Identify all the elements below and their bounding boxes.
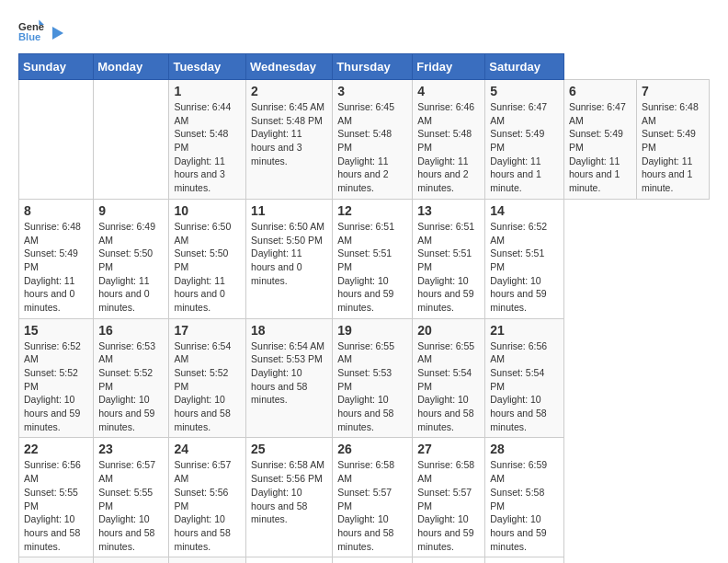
day-info: Sunrise: 6:44 AMSunset: 5:48 PMDaylight:… [174,100,241,195]
header-cell-monday: Monday [94,54,169,80]
header-cell-tuesday: Tuesday [169,54,246,80]
day-cell-18: 18Sunrise: 6:54 AMSunset: 5:53 PMDayligh… [246,318,333,438]
empty-cell [333,557,413,563]
day-cell-27: 27Sunrise: 6:58 AMSunset: 5:57 PMDayligh… [413,438,485,557]
day-info: Sunrise: 6:47 AMSunset: 5:49 PMDaylight:… [490,100,559,195]
week-row-4: 22Sunrise: 6:56 AMSunset: 5:55 PMDayligh… [19,438,710,557]
day-cell-23: 23Sunrise: 6:57 AMSunset: 5:55 PMDayligh… [94,438,169,557]
day-number: 2 [251,84,327,98]
day-info: Sunrise: 6:52 AMSunset: 5:51 PMDaylight:… [490,220,559,315]
header-cell-saturday: Saturday [485,54,564,80]
day-info: Sunrise: 6:48 AMSunset: 5:49 PMDaylight:… [24,220,88,315]
day-info: Sunrise: 6:56 AMSunset: 5:55 PMDaylight:… [24,458,88,553]
day-number: 1 [174,84,241,98]
day-cell-9: 9Sunrise: 6:49 AMSunset: 5:50 PMDaylight… [94,199,169,318]
day-cell-17: 17Sunrise: 6:54 AMSunset: 5:52 PMDayligh… [169,318,246,438]
calendar-table: SundayMondayTuesdayWednesdayThursdayFrid… [18,53,710,563]
day-cell-20: 20Sunrise: 6:55 AMSunset: 5:54 PMDayligh… [413,318,485,438]
empty-cell [94,80,169,200]
day-cell-3: 3Sunrise: 6:45 AMSunset: 5:48 PMDaylight… [333,80,413,200]
day-info: Sunrise: 6:56 AMSunset: 5:54 PMDaylight:… [490,339,559,434]
empty-cell [413,557,485,563]
day-cell-5: 5Sunrise: 6:47 AMSunset: 5:49 PMDaylight… [485,80,564,200]
empty-cell [246,557,333,563]
day-cell-12: 12Sunrise: 6:51 AMSunset: 5:51 PMDayligh… [333,199,413,318]
svg-text:Blue: Blue [18,31,40,42]
day-info: Sunrise: 6:54 AMSunset: 5:53 PMDaylight:… [251,339,327,407]
day-number: 10 [174,203,241,218]
day-cell-28: 28Sunrise: 6:59 AMSunset: 5:58 PMDayligh… [485,438,564,557]
day-cell-30: 30Sunrise: 7:00 AMSunset: 5:59 PMDayligh… [94,557,169,563]
day-cell-15: 15Sunrise: 6:52 AMSunset: 5:52 PMDayligh… [19,318,94,438]
empty-cell [485,557,564,563]
svg-marker-3 [52,27,63,40]
day-cell-26: 26Sunrise: 6:58 AMSunset: 5:57 PMDayligh… [333,438,413,557]
day-cell-6: 6Sunrise: 6:47 AMSunset: 5:49 PMDaylight… [563,80,636,200]
day-number: 25 [251,442,327,456]
day-cell-1: 1Sunrise: 6:44 AMSunset: 5:48 PMDaylight… [169,80,246,200]
header-cell-friday: Friday [413,54,485,80]
day-number: 21 [490,323,559,338]
day-number: 3 [337,84,407,98]
day-info: Sunrise: 6:48 AMSunset: 5:49 PMDaylight:… [642,100,704,195]
day-info: Sunrise: 6:55 AMSunset: 5:53 PMDaylight:… [337,339,407,434]
day-info: Sunrise: 6:58 AMSunset: 5:57 PMDaylight:… [417,458,480,553]
day-number: 20 [417,323,480,338]
day-info: Sunrise: 6:55 AMSunset: 5:54 PMDaylight:… [417,339,480,434]
day-info: Sunrise: 6:57 AMSunset: 5:56 PMDaylight:… [174,458,241,553]
week-row-5: 29Sunrise: 6:59 AMSunset: 5:59 PMDayligh… [19,557,710,563]
day-info: Sunrise: 6:54 AMSunset: 5:52 PMDaylight:… [174,339,241,434]
day-cell-31: 31Sunrise: 7:00 AMSunset: 6:00 PMDayligh… [169,557,246,563]
day-number: 23 [98,442,164,456]
logo-icon: General Blue [18,18,44,44]
header-cell-sunday: Sunday [19,54,94,80]
day-number: 14 [490,203,559,218]
day-info: Sunrise: 6:51 AMSunset: 5:51 PMDaylight:… [417,220,480,315]
day-info: Sunrise: 6:46 AMSunset: 5:48 PMDaylight:… [417,100,480,195]
day-cell-25: 25Sunrise: 6:58 AMSunset: 5:56 PMDayligh… [246,438,333,557]
week-row-3: 15Sunrise: 6:52 AMSunset: 5:52 PMDayligh… [19,318,710,438]
week-row-2: 8Sunrise: 6:48 AMSunset: 5:49 PMDaylight… [19,199,710,318]
day-number: 27 [417,442,480,456]
day-cell-13: 13Sunrise: 6:51 AMSunset: 5:51 PMDayligh… [413,199,485,318]
day-info: Sunrise: 6:59 AMSunset: 5:58 PMDaylight:… [490,458,559,553]
empty-cell [19,80,94,200]
logo-arrow-icon [49,25,65,41]
header-cell-thursday: Thursday [333,54,413,80]
day-info: Sunrise: 6:45 AMSunset: 5:48 PMDaylight:… [337,100,407,195]
day-number: 19 [337,323,407,338]
day-number: 11 [251,203,327,218]
day-info: Sunrise: 6:52 AMSunset: 5:52 PMDaylight:… [24,339,88,434]
day-number: 15 [24,323,88,338]
day-number: 28 [490,442,559,456]
day-info: Sunrise: 6:58 AMSunset: 5:57 PMDaylight:… [337,458,407,553]
page-header: General Blue [18,18,710,44]
day-cell-11: 11Sunrise: 6:50 AMSunset: 5:50 PMDayligh… [246,199,333,318]
day-info: Sunrise: 6:50 AMSunset: 5:50 PMDaylight:… [251,220,327,287]
day-info: Sunrise: 6:50 AMSunset: 5:50 PMDaylight:… [174,220,241,315]
day-number: 24 [174,442,241,456]
day-cell-19: 19Sunrise: 6:55 AMSunset: 5:53 PMDayligh… [333,318,413,438]
day-info: Sunrise: 6:49 AMSunset: 5:50 PMDaylight:… [98,220,164,315]
calendar-header: SundayMondayTuesdayWednesdayThursdayFrid… [19,54,710,80]
calendar-body: 1Sunrise: 6:44 AMSunset: 5:48 PMDaylight… [19,80,710,564]
day-number: 8 [24,203,88,218]
day-number: 22 [24,442,88,456]
day-number: 4 [417,84,480,98]
week-row-1: 1Sunrise: 6:44 AMSunset: 5:48 PMDaylight… [19,80,710,200]
header-cell-wednesday: Wednesday [246,54,333,80]
day-number: 7 [642,84,704,98]
day-number: 16 [98,323,164,338]
day-number: 13 [417,203,480,218]
day-cell-29: 29Sunrise: 6:59 AMSunset: 5:59 PMDayligh… [19,557,94,563]
day-info: Sunrise: 6:45 AMSunset: 5:48 PMDaylight:… [251,100,327,167]
day-cell-16: 16Sunrise: 6:53 AMSunset: 5:52 PMDayligh… [94,318,169,438]
day-info: Sunrise: 6:47 AMSunset: 5:49 PMDaylight:… [569,100,631,195]
day-number: 9 [98,203,164,218]
day-cell-4: 4Sunrise: 6:46 AMSunset: 5:48 PMDaylight… [413,80,485,200]
day-cell-10: 10Sunrise: 6:50 AMSunset: 5:50 PMDayligh… [169,199,246,318]
day-cell-14: 14Sunrise: 6:52 AMSunset: 5:51 PMDayligh… [485,199,564,318]
day-cell-24: 24Sunrise: 6:57 AMSunset: 5:56 PMDayligh… [169,438,246,557]
day-number: 5 [490,84,559,98]
day-number: 18 [251,323,327,338]
